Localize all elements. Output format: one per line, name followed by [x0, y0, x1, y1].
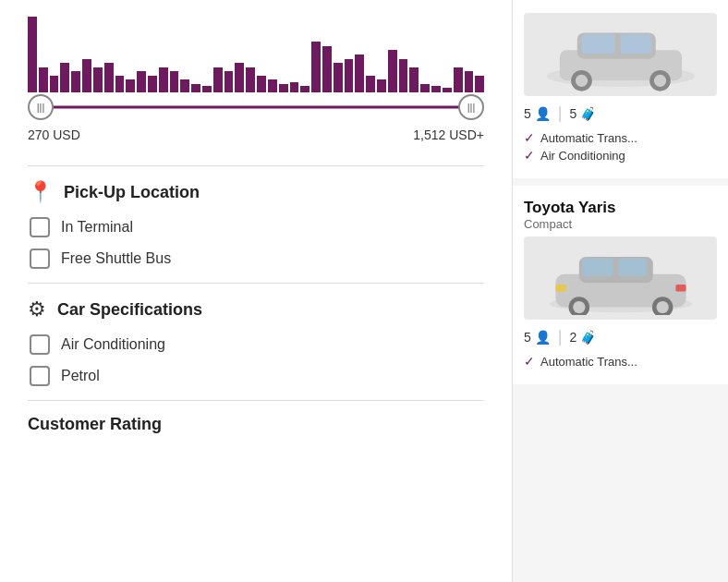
customer-rating-section: Customer Rating: [28, 415, 484, 434]
car-1-bags-count: 5: [569, 106, 576, 121]
location-icon: 📍: [28, 180, 53, 204]
car-specifications-title: Car Specifications: [57, 300, 202, 320]
histogram-bar-24: [290, 82, 299, 92]
bag-icon-1: 🧳: [580, 106, 596, 121]
histogram-bar-37: [431, 86, 441, 92]
svg-rect-7: [581, 34, 614, 54]
car-1-feature-1-label: Automatic Trans...: [540, 131, 637, 145]
histogram-bar-40: [465, 71, 474, 92]
car-2-bags: 2 🧳: [569, 330, 596, 345]
histogram-bar-27: [322, 46, 332, 92]
petrol-label: Petrol: [61, 368, 100, 384]
histogram-bar-8: [115, 76, 125, 92]
histogram-bar-10: [137, 71, 146, 92]
car-1-specs: 5 👤 | 5 🧳: [524, 103, 717, 123]
histogram-bar-3: [60, 63, 69, 92]
car-illustration-2: [542, 241, 699, 315]
histogram-bar-39: [454, 67, 463, 92]
histogram-bar-5: [82, 59, 91, 92]
air-conditioning-checkbox[interactable]: [30, 334, 50, 355]
car-2-type: Compact: [524, 217, 717, 231]
gear-icon: ⚙: [28, 297, 46, 321]
spec-divider-1: |: [558, 103, 563, 123]
car-card-2: Toyota Yaris Compact 5 👤 |: [513, 186, 728, 384]
histogram-bar-13: [170, 71, 179, 92]
histogram-bar-30: [355, 55, 364, 92]
spec-divider-2: |: [558, 327, 563, 346]
car-illustration-1: [542, 18, 699, 91]
svg-point-6: [653, 75, 665, 87]
histogram-bar-31: [366, 76, 375, 92]
histogram-bar-6: [93, 67, 103, 92]
car-specifications-header: ⚙ Car Specifications: [28, 297, 484, 321]
svg-point-13: [573, 301, 585, 313]
customer-rating-header: Customer Rating: [28, 415, 484, 434]
free-shuttle-option[interactable]: Free Shuttle Bus: [30, 249, 484, 269]
car-2-seats: 5 👤: [524, 330, 551, 345]
histogram-bar-2: [50, 76, 59, 92]
histogram-bar-32: [377, 79, 386, 92]
car-image-1: [524, 13, 717, 96]
svg-point-15: [656, 301, 668, 313]
bag-icon-2: 🧳: [580, 330, 596, 345]
person-icon-2: 👤: [535, 330, 551, 345]
car-2-seats-count: 5: [524, 330, 531, 345]
car-1-feature-2: ✓ Air Conditioning: [524, 148, 717, 163]
histogram-bar-14: [180, 79, 189, 92]
histogram-bar-9: [126, 79, 135, 92]
results-panel: 5 👤 | 5 🧳 ✓ Automatic Trans... ✓ Air Con…: [513, 0, 728, 582]
slider-left-thumb[interactable]: |||: [28, 94, 54, 120]
car-2-specs: 5 👤 | 2 🧳: [524, 327, 717, 346]
pickup-location-header: 📍 Pick-Up Location: [28, 180, 484, 204]
histogram-bar-12: [159, 67, 168, 92]
filter-panel: ||| ||| 270 USD 1,512 USD+ 📍 Pick-Up Loc…: [0, 0, 513, 582]
histogram-bar-7: [104, 63, 114, 92]
car-2-bags-count: 2: [569, 330, 576, 345]
histogram-bar-23: [279, 84, 288, 92]
petrol-option[interactable]: Petrol: [30, 366, 484, 386]
check-icon-2: ✓: [524, 148, 535, 163]
air-conditioning-label: Air Conditioning: [61, 336, 165, 353]
svg-rect-16: [582, 259, 613, 276]
petrol-checkbox[interactable]: [30, 366, 50, 386]
histogram-bar-36: [420, 84, 430, 92]
divider-1: [28, 165, 484, 166]
histogram-bar-19: [235, 63, 244, 92]
in-terminal-checkbox[interactable]: [30, 217, 50, 237]
price-min: 270 USD: [28, 127, 80, 142]
car-specifications-section: ⚙ Car Specifications Air Conditioning Pe…: [28, 297, 484, 386]
slider-track: [41, 106, 471, 109]
car-2-feature-1-label: Automatic Trans...: [540, 355, 637, 369]
svg-point-4: [575, 75, 587, 87]
histogram-bar-26: [311, 42, 321, 92]
histogram-bar-38: [443, 88, 452, 92]
histogram-bar-22: [268, 79, 277, 92]
divider-2: [28, 283, 484, 284]
price-range-row: 270 USD 1,512 USD+: [28, 127, 484, 142]
free-shuttle-label: Free Shuttle Bus: [61, 250, 171, 267]
check-icon-3: ✓: [524, 354, 535, 369]
histogram-bar-21: [257, 76, 266, 92]
divider-3: [28, 400, 484, 401]
car-2-feature-1: ✓ Automatic Trans...: [524, 354, 717, 369]
air-conditioning-option[interactable]: Air Conditioning: [30, 334, 484, 355]
histogram-bar-29: [345, 59, 354, 92]
car-2-name: Toyota Yaris: [524, 199, 717, 217]
price-slider-row: ||| |||: [28, 94, 484, 120]
pickup-location-title: Pick-Up Location: [64, 183, 200, 202]
pickup-location-section: 📍 Pick-Up Location In Terminal Free Shut…: [28, 180, 484, 269]
histogram-bar-17: [213, 67, 223, 92]
histogram-bar-11: [148, 76, 157, 92]
svg-rect-18: [555, 285, 565, 292]
in-terminal-option[interactable]: In Terminal: [30, 217, 484, 237]
free-shuttle-checkbox[interactable]: [30, 249, 50, 269]
svg-rect-19: [675, 285, 686, 292]
car-image-2: [524, 236, 717, 320]
histogram-bar-1: [39, 67, 48, 92]
histogram-bar-41: [475, 76, 484, 92]
slider-right-thumb[interactable]: |||: [458, 94, 484, 120]
histogram-bar-33: [388, 50, 397, 92]
car-1-feature-1: ✓ Automatic Trans...: [524, 130, 717, 145]
histogram-bar-20: [246, 67, 255, 92]
histogram-bar-18: [224, 71, 234, 92]
